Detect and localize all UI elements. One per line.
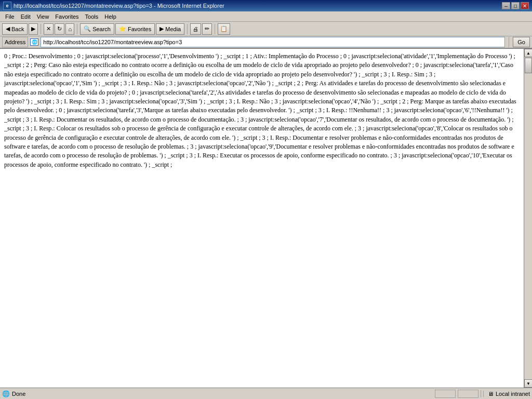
edit-button[interactable]: ✏ [202,23,212,35]
home-button[interactable]: ⌂ [65,23,74,35]
toolbar-sep-2 [77,24,77,34]
window-title: http://localhost/tcc/iso12207/montatreev… [14,3,224,9]
scrollbar-track[interactable] [524,57,532,379]
ie-icon: e [3,2,11,10]
scrollbar-vertical[interactable]: ▲ ▼ [524,49,532,388]
address-sep [509,37,509,47]
media-button[interactable]: ▶ Media [156,23,184,35]
toolbar-sep-3 [187,24,188,34]
restore-button[interactable]: □ [511,2,520,9]
forward-button[interactable]: ▶ [29,23,38,35]
menu-bar: File Edit View Favorites Tools Help [0,11,532,22]
menu-tools[interactable]: Tools [82,12,102,21]
menu-view[interactable]: View [34,12,52,21]
home-icon: ⌂ [68,26,72,32]
back-button[interactable]: ◀ Back [2,23,28,35]
title-bar-left: e http://localhost/tcc/iso12207/montatre… [3,2,224,10]
media-label: Media [165,26,181,32]
minimize-button[interactable]: – [502,2,510,9]
stop-button[interactable]: ✕ [44,23,54,35]
favorites-button[interactable]: ⭐ Favorites [115,23,155,35]
toolbar: ◀ Back ▶ ✕ ↻ ⌂ 🔍 Search ⭐ Favorites ▶ Me… [0,22,532,36]
stop-icon: ✕ [46,25,51,32]
address-bar: Address 🌐 Go [0,36,532,49]
search-button[interactable]: 🔍 Search [80,23,114,35]
edit-icon: ✏ [205,25,209,32]
search-label: Search [92,26,111,32]
print-icon: 🖨 [193,26,198,32]
content-text: 0 ; Proc.: Desenvolvimento ; 0 ; javascr… [4,52,520,169]
back-label: Back [11,26,24,32]
scrollbar-thumb[interactable] [525,58,532,73]
scroll-up-button[interactable]: ▲ [524,49,532,57]
close-button[interactable]: ✕ [521,2,529,9]
menu-file[interactable]: File [2,12,18,21]
print-button[interactable]: 🖨 [190,23,201,35]
favorites-label: Favorites [128,26,151,32]
favorites-icon: ⭐ [119,25,126,32]
page-icon: 🌐 [30,38,38,46]
forward-icon: ▶ [31,25,35,32]
menu-help[interactable]: Help [101,12,119,21]
menu-edit[interactable]: Edit [18,12,34,21]
scroll-down-button[interactable]: ▼ [524,379,532,388]
title-bar-controls: – □ ✕ [502,2,529,9]
search-icon: 🔍 [84,25,91,32]
address-input[interactable] [41,37,505,47]
media-icon: ▶ [159,25,164,32]
research-icon: 📋 [220,25,228,32]
refresh-icon: ↻ [57,25,62,32]
toolbar-sep-1 [41,24,41,34]
research-button[interactable]: 📋 [218,23,230,35]
menu-favorites[interactable]: Favorites [52,12,82,21]
toolbar-sep-4 [215,24,215,34]
go-button[interactable]: Go [513,37,530,47]
title-bar: e http://localhost/tcc/iso12207/montatre… [0,0,532,11]
refresh-button[interactable]: ↻ [55,23,64,35]
back-icon: ◀ [6,25,10,32]
content-wrapper: 0 ; Proc.: Desenvolvimento ; 0 ; javascr… [0,49,532,388]
main-content: 0 ; Proc.: Desenvolvimento ; 0 ; javascr… [0,49,524,388]
address-label: Address [2,37,28,47]
